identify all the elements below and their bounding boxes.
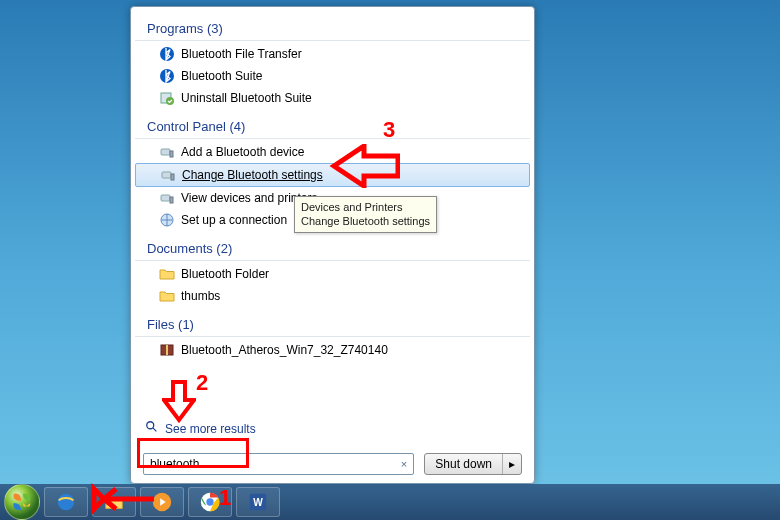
device-icon [159, 144, 175, 160]
program-label: Bluetooth Suite [181, 69, 262, 83]
program-item[interactable]: Uninstall Bluetooth Suite [131, 87, 534, 109]
svg-point-15 [58, 494, 75, 511]
cp-item-change-bluetooth[interactable]: Change Bluetooth settings [135, 163, 530, 187]
taskbar: W [0, 484, 780, 520]
bluetooth-icon [159, 68, 175, 84]
file-label: Bluetooth_Atheros_Win7_32_Z740140 [181, 343, 388, 357]
shutdown-button[interactable]: Shut down ▸ [424, 453, 522, 475]
program-label: Bluetooth File Transfer [181, 47, 302, 61]
bluetooth-icon [159, 46, 175, 62]
chevron-right-icon[interactable]: ▸ [503, 457, 521, 471]
start-menu-panel: Programs (3) Bluetooth File Transfer Blu… [130, 6, 535, 484]
folder-icon [159, 266, 175, 282]
doc-label: thumbs [181, 289, 220, 303]
section-header-control-panel: Control Panel (4) [135, 115, 530, 139]
shutdown-label: Shut down [425, 454, 503, 474]
svg-rect-4 [161, 149, 170, 155]
network-icon [159, 212, 175, 228]
doc-label: Bluetooth Folder [181, 267, 269, 281]
start-button[interactable] [4, 484, 40, 520]
device-icon [159, 190, 175, 206]
folder-icon [159, 288, 175, 304]
doc-item[interactable]: thumbs [131, 285, 534, 307]
svg-rect-7 [171, 174, 174, 180]
svg-rect-6 [162, 172, 171, 178]
svg-text:W: W [253, 497, 263, 508]
svg-rect-8 [161, 195, 170, 201]
svg-rect-12 [166, 345, 168, 355]
taskbar-chrome[interactable] [188, 487, 232, 517]
search-input[interactable] [150, 457, 401, 471]
tooltip-line: Devices and Printers [301, 200, 430, 214]
search-row: × Shut down ▸ [143, 453, 522, 475]
uninstall-icon [159, 90, 175, 106]
section-header-files: Files (1) [135, 313, 530, 337]
taskbar-media[interactable] [140, 487, 184, 517]
taskbar-explorer[interactable] [92, 487, 136, 517]
cp-item-label: Change Bluetooth settings [182, 168, 323, 182]
section-header-documents: Documents (2) [135, 237, 530, 261]
svg-point-18 [206, 498, 213, 505]
taskbar-word[interactable]: W [236, 487, 280, 517]
svg-rect-5 [170, 151, 173, 157]
cp-item-label: Set up a connection [181, 213, 287, 227]
tooltip: Devices and Printers Change Bluetooth se… [294, 196, 437, 233]
program-item[interactable]: Bluetooth File Transfer [131, 43, 534, 65]
search-icon [145, 420, 159, 437]
svg-point-3 [166, 97, 174, 105]
see-more-results[interactable]: See more results [145, 420, 256, 437]
cp-item-add-device[interactable]: Add a Bluetooth device [131, 141, 534, 163]
see-more-label: See more results [165, 422, 256, 436]
taskbar-ie[interactable] [44, 487, 88, 517]
archive-icon [159, 342, 175, 358]
search-box[interactable]: × [143, 453, 414, 475]
cp-item-label: Add a Bluetooth device [181, 145, 304, 159]
program-label: Uninstall Bluetooth Suite [181, 91, 312, 105]
section-header-programs: Programs (3) [135, 17, 530, 41]
clear-icon[interactable]: × [401, 458, 407, 470]
svg-point-13 [147, 422, 154, 429]
doc-item[interactable]: Bluetooth Folder [131, 263, 534, 285]
device-icon [160, 167, 176, 183]
svg-line-14 [153, 428, 157, 432]
program-item[interactable]: Bluetooth Suite [131, 65, 534, 87]
tooltip-line: Change Bluetooth settings [301, 214, 430, 228]
svg-rect-9 [170, 197, 173, 203]
file-item[interactable]: Bluetooth_Atheros_Win7_32_Z740140 [131, 339, 534, 361]
